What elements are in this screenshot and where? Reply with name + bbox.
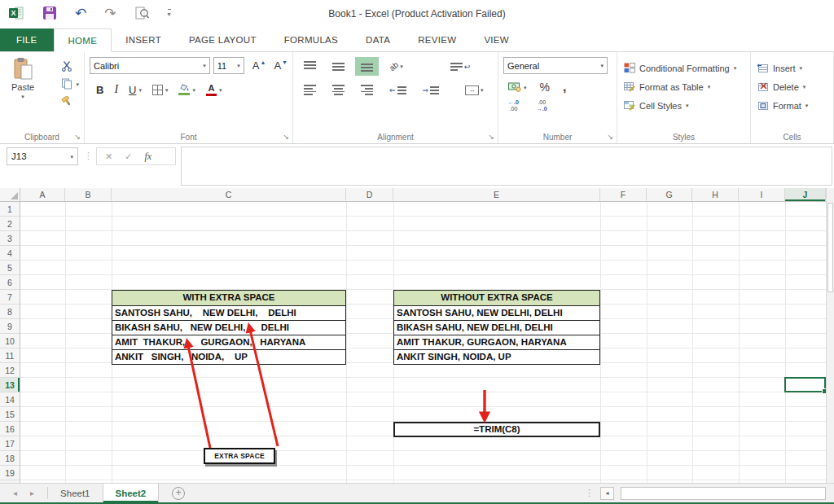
row-header[interactable]: 18 <box>0 451 20 466</box>
horizontal-scrollbar[interactable] <box>621 487 826 500</box>
cancel-entry-icon[interactable]: ✕ <box>105 151 112 162</box>
tab-page-layout[interactable]: PAGE LAYOUT <box>175 28 270 51</box>
row-header[interactable]: 15 <box>0 407 20 422</box>
alignment-dialog-launcher-icon[interactable]: ↘ <box>488 134 494 141</box>
table-row[interactable]: SANTOSH SAHU, NEW DELHI, DELHI <box>394 305 599 320</box>
format-cells-button[interactable]: Format ▾ <box>757 98 827 113</box>
row-header[interactable]: 3 <box>0 231 20 246</box>
column-header[interactable]: H <box>692 188 739 201</box>
tab-file[interactable]: FILE <box>0 28 54 51</box>
table-row[interactable]: BIKASH SAHU, NEW DELHI, DELHI <box>394 320 599 335</box>
sheet-tab-sheet2[interactable]: Sheet2 <box>103 484 160 502</box>
select-all-corner[interactable] <box>0 188 20 201</box>
column-header[interactable]: B <box>65 188 112 201</box>
row-header[interactable]: 19 <box>0 466 20 480</box>
insert-function-icon[interactable]: fx <box>144 151 151 163</box>
column-header[interactable]: A <box>20 188 65 201</box>
column-header[interactable]: F <box>600 188 647 201</box>
paste-button[interactable]: Paste ▾ <box>5 57 41 99</box>
row-header[interactable]: 16 <box>0 422 20 436</box>
enter-entry-icon[interactable]: ✓ <box>125 151 132 162</box>
selected-cell-j13[interactable] <box>784 377 826 392</box>
wrap-text-button[interactable]: ↩ <box>445 57 476 76</box>
vertical-scrollbar-thumb[interactable] <box>827 203 833 292</box>
row-header[interactable]: 12 <box>0 363 20 378</box>
tab-view[interactable]: VIEW <box>470 28 523 51</box>
number-format-select[interactable]: General ▾ <box>503 57 608 74</box>
row-header[interactable]: 7 <box>0 290 20 305</box>
without-extra-space-header[interactable]: WITHOUT EXTRA SPACE <box>394 291 599 305</box>
font-size-select[interactable]: 11 ▾ <box>213 57 244 74</box>
name-box[interactable]: J13 ▾ <box>7 147 78 165</box>
row-header[interactable]: 17 <box>0 436 20 451</box>
row-header[interactable]: 14 <box>0 392 20 407</box>
row-header[interactable]: 10 <box>0 334 20 348</box>
conditional-formatting-button[interactable]: Conditional Formatting ▾ <box>624 60 744 76</box>
orientation-button[interactable]: ab▾ <box>384 58 409 75</box>
cell-styles-button[interactable]: Cell Styles ▾ <box>624 98 744 113</box>
tab-home[interactable]: HOME <box>54 28 112 52</box>
tab-review[interactable]: REVIEW <box>404 28 470 51</box>
column-header[interactable]: G <box>647 188 692 201</box>
row-header[interactable]: 2 <box>0 217 20 231</box>
decrease-decimal-button[interactable]: .00→.0 <box>537 99 547 113</box>
new-sheet-icon[interactable]: + <box>172 487 185 500</box>
sheet-tab-sheet1[interactable]: Sheet1 <box>48 484 102 502</box>
bold-button[interactable]: B <box>96 84 103 96</box>
align-left-button[interactable] <box>298 81 322 99</box>
font-dialog-launcher-icon[interactable]: ↘ <box>283 134 289 141</box>
delete-cells-button[interactable]: Delete ▾ <box>757 79 827 94</box>
trim-formula-cell[interactable]: =TRIM(C8) <box>393 422 600 437</box>
format-as-table-button[interactable]: Format as Table ▾ <box>624 79 744 94</box>
center-button[interactable] <box>327 81 350 99</box>
comma-style-button[interactable]: , <box>563 80 566 94</box>
vertical-scrollbar[interactable] <box>826 188 834 483</box>
increase-indent-button[interactable]: ⇒ <box>417 81 446 99</box>
table-row[interactable]: BIKASH SAHU, NEW DELHI, DELHI <box>112 320 345 335</box>
italic-button[interactable]: I <box>114 83 118 96</box>
tab-formulas[interactable]: FORMULAS <box>270 28 352 51</box>
fill-color-button[interactable]: ▾ <box>178 84 195 95</box>
font-color-dropdown-icon[interactable]: ▾ <box>219 87 222 93</box>
borders-button[interactable]: ▾ <box>152 85 169 95</box>
font-color-button[interactable]: A ▾ <box>206 84 222 96</box>
increase-decimal-button[interactable]: ←.0.00 <box>508 99 519 113</box>
top-align-button[interactable] <box>298 57 322 76</box>
decrease-indent-button[interactable]: ⇐ <box>384 81 412 99</box>
row-header[interactable]: 13 <box>0 378 20 392</box>
table-row[interactable]: AMIT THAKUR, GURGAON, HARYANA <box>112 335 345 349</box>
increase-font-size-button[interactable]: A▲ <box>252 59 266 72</box>
insert-cells-button[interactable]: Insert ▾ <box>757 60 827 76</box>
scrollbar-resize-handle[interactable]: ⋮ <box>585 488 594 498</box>
table-row[interactable]: ANKIT SINGH, NOIDA, UP <box>112 349 345 364</box>
column-header[interactable]: J <box>785 188 826 201</box>
accounting-format-button[interactable]: ▾ <box>508 82 527 92</box>
clipboard-dialog-launcher-icon[interactable]: ↘ <box>74 134 81 141</box>
borders-dropdown-icon[interactable]: ▾ <box>165 87 169 93</box>
tab-data[interactable]: DATA <box>352 28 404 51</box>
formula-input[interactable] <box>181 147 832 186</box>
align-right-button[interactable] <box>355 81 379 99</box>
format-painter-button[interactable] <box>61 96 72 107</box>
underline-button[interactable]: U ▾ <box>129 84 142 96</box>
row-header[interactable]: 5 <box>0 261 20 275</box>
cut-button[interactable] <box>61 60 72 72</box>
copy-button[interactable]: ▾ <box>61 78 79 90</box>
table-row[interactable]: AMIT THAKUR, GURGAON, HARYANA <box>394 335 599 349</box>
row-header[interactable]: 1 <box>0 202 20 217</box>
copy-dropdown-icon[interactable]: ▾ <box>76 81 79 87</box>
font-name-select[interactable]: Calibri ▾ <box>90 57 210 74</box>
row-header[interactable]: 6 <box>0 275 20 290</box>
number-dialog-launcher-icon[interactable]: ↘ <box>607 134 613 141</box>
underline-dropdown-icon[interactable]: ▾ <box>138 87 142 93</box>
row-header[interactable]: 11 <box>0 348 20 363</box>
fill-color-dropdown-icon[interactable]: ▾ <box>192 87 195 93</box>
percent-style-button[interactable]: % <box>540 81 550 94</box>
decrease-font-size-button[interactable]: A▼ <box>274 59 288 72</box>
merge-center-button[interactable]: ↔▾ <box>459 81 489 99</box>
scroll-left-icon[interactable]: ◂ <box>600 487 614 500</box>
table-row[interactable]: ANKIT SINGH, NOIDA, UP <box>394 349 599 364</box>
column-header[interactable]: I <box>739 188 785 201</box>
column-header[interactable]: C <box>112 188 346 201</box>
column-header[interactable]: D <box>346 188 393 201</box>
